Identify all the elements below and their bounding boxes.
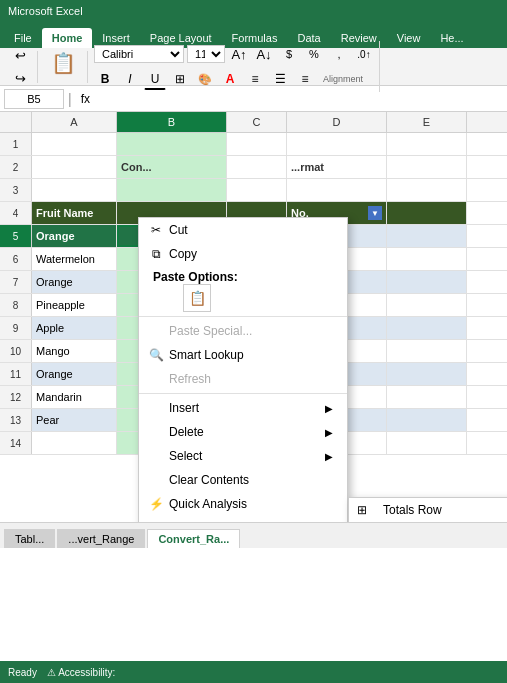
col-header-b[interactable]: B (117, 112, 227, 132)
percent-button[interactable]: % (303, 43, 325, 65)
cell-e5[interactable] (387, 225, 467, 247)
cell-b2[interactable]: Con... (117, 156, 227, 178)
cell-a11[interactable]: Orange (32, 363, 117, 385)
ctx-quick-analysis[interactable]: ⚡ Quick Analysis (139, 492, 347, 516)
col-header-d[interactable]: D (287, 112, 387, 132)
function-button[interactable]: fx (76, 90, 95, 108)
redo-button[interactable]: ↪ (10, 68, 31, 89)
cell-e7[interactable] (387, 271, 467, 293)
fill-color-button[interactable]: 🎨 (194, 68, 216, 90)
tab-help[interactable]: He... (430, 28, 473, 48)
cell-e3[interactable] (387, 179, 467, 201)
cell-a5[interactable]: Orange (32, 225, 117, 247)
cell-c2[interactable] (227, 156, 287, 178)
cell-d3[interactable] (287, 179, 387, 201)
col-header-c[interactable]: C (227, 112, 287, 132)
paste-button[interactable]: 📋 (46, 51, 81, 75)
ctx-smart-lookup[interactable]: 🔍 Smart Lookup (139, 343, 347, 367)
ctx-quick-analysis-label: Quick Analysis (169, 497, 247, 511)
formula-input[interactable] (99, 93, 503, 105)
bold-button[interactable]: B (94, 68, 116, 90)
ctx-sort[interactable]: Sort ▶ (139, 516, 347, 522)
cell-a6[interactable]: Watermelon (32, 248, 117, 270)
align-left-button[interactable]: ≡ (244, 68, 266, 90)
sheet-tab-1[interactable]: Tabl... (4, 529, 55, 548)
ctx-clear-contents[interactable]: Clear Contents (139, 468, 347, 492)
row-header-8: 8 (0, 294, 32, 316)
cell-d1[interactable] (287, 133, 387, 155)
paste-icon-btn[interactable]: 📋 (183, 284, 211, 312)
cell-e8[interactable] (387, 294, 467, 316)
cell-e4[interactable] (387, 202, 467, 224)
col-header-e[interactable]: E (387, 112, 467, 132)
cell-e13[interactable] (387, 409, 467, 431)
cell-e12[interactable] (387, 386, 467, 408)
cell-c3[interactable] (227, 179, 287, 201)
cell-a8[interactable]: Pineapple (32, 294, 117, 316)
ctx-select[interactable]: Select ▶ (139, 444, 347, 468)
increase-decimal-button[interactable]: .0↑ (353, 43, 375, 65)
undo-redo-group: ↩ ↪ (4, 51, 38, 83)
ctx-delete[interactable]: Delete ▶ (139, 420, 347, 444)
align-right-button[interactable]: ≡ (294, 68, 316, 90)
undo-button[interactable]: ↩ (10, 45, 31, 66)
italic-button[interactable]: I (119, 68, 141, 90)
font-size-select[interactable]: 11 (187, 45, 225, 63)
ctx-insert[interactable]: Insert ▶ (139, 396, 347, 420)
cell-e9[interactable] (387, 317, 467, 339)
cell-e6[interactable] (387, 248, 467, 270)
cell-e11[interactable] (387, 363, 467, 385)
cell-b3[interactable] (117, 179, 227, 201)
table-submenu: ⊞ Totals Row Convert to Range Alternativ… (348, 497, 507, 522)
submenu-totals-row[interactable]: ⊞ Totals Row (349, 498, 507, 522)
cell-a14[interactable] (32, 432, 117, 454)
borders-button[interactable]: ⊞ (169, 68, 191, 90)
sheet-tabs: Tabl... ...vert_Range Convert_Ra... (0, 522, 507, 548)
currency-button[interactable]: $ (278, 43, 300, 65)
ctx-refresh[interactable]: Refresh (139, 367, 347, 391)
cell-a7[interactable]: Orange (32, 271, 117, 293)
insert-arrow-icon: ▶ (325, 403, 333, 414)
cell-a10[interactable]: Mango (32, 340, 117, 362)
align-center-button[interactable]: ☰ (269, 68, 291, 90)
row-header-2: 2 (0, 156, 32, 178)
cell-a13[interactable]: Pear (32, 409, 117, 431)
ctx-cut[interactable]: ✂ Cut (139, 218, 347, 242)
cell-a9[interactable]: Apple (32, 317, 117, 339)
cell-a3[interactable] (32, 179, 117, 201)
table-row: 2 Con... ...rmat (0, 156, 507, 179)
cell-e10[interactable] (387, 340, 467, 362)
cell-a12[interactable]: Mandarin (32, 386, 117, 408)
font-grow-button[interactable]: A↑ (228, 43, 250, 65)
cell-c1[interactable] (227, 133, 287, 155)
cut-icon: ✂ (147, 223, 165, 237)
underline-button[interactable]: U (144, 68, 166, 90)
cell-e14[interactable] (387, 432, 467, 454)
tab-view[interactable]: View (387, 28, 431, 48)
cell-a4[interactable]: Fruit Name (32, 202, 117, 224)
clipboard-section: 📋 (40, 51, 88, 83)
name-box[interactable] (4, 89, 64, 109)
row-header-10: 10 (0, 340, 32, 362)
sheet-tab-3[interactable]: Convert_Ra... (147, 529, 240, 548)
cell-a2[interactable] (32, 156, 117, 178)
font-family-row: Calibri 11 A↑ A↓ $ % , .0↑ (94, 43, 375, 65)
font-family-select[interactable]: Calibri (94, 45, 184, 63)
cell-a1[interactable] (32, 133, 117, 155)
ctx-paste-special[interactable]: Paste Special... (139, 319, 347, 343)
font-format-row: B I U ⊞ 🎨 A ≡ ☰ ≡ Alignment (94, 68, 375, 90)
tab-home[interactable]: Home (42, 28, 93, 48)
sheet-tab-2[interactable]: ...vert_Range (57, 529, 145, 548)
filter-dropdown-d4[interactable]: ▼ (368, 206, 382, 220)
row-header-12: 12 (0, 386, 32, 408)
paste-special-label: Paste Special... (169, 324, 252, 338)
cell-e1[interactable] (387, 133, 467, 155)
cell-d2[interactable]: ...rmat (287, 156, 387, 178)
font-color-button[interactable]: A (219, 68, 241, 90)
cell-b1[interactable] (117, 133, 227, 155)
cell-e2[interactable] (387, 156, 467, 178)
font-shrink-button[interactable]: A↓ (253, 43, 275, 65)
ctx-copy[interactable]: ⧉ Copy (139, 242, 347, 266)
col-header-a[interactable]: A (32, 112, 117, 132)
thousand-sep-button[interactable]: , (328, 43, 350, 65)
